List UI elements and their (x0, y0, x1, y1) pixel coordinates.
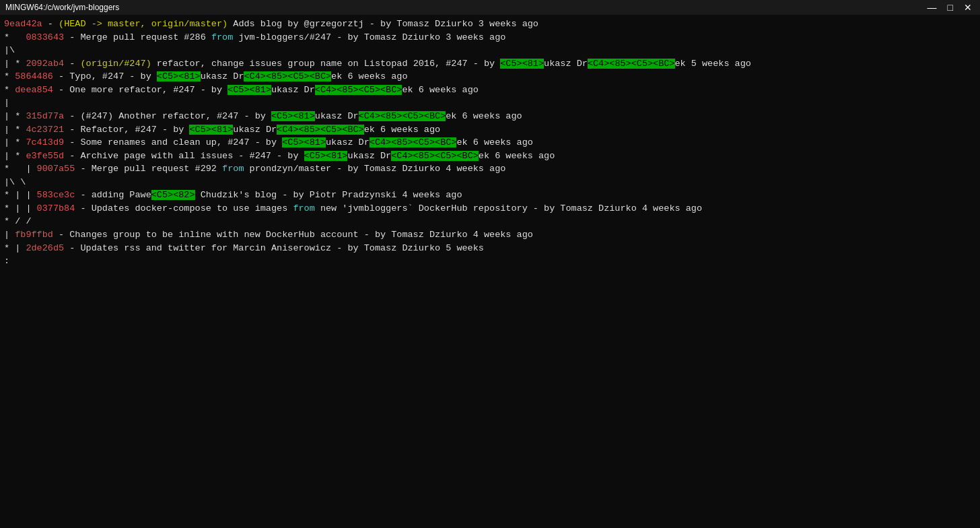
terminal-output: 9ead42a - (HEAD -> master, origin/master… (0, 15, 980, 528)
minimize-button[interactable]: — (925, 2, 940, 13)
maximize-button[interactable]: □ (945, 2, 956, 13)
close-button[interactable]: ✕ (961, 2, 975, 13)
window-title: MINGW64:/c/work/jvm-bloggers (5, 3, 119, 12)
window-controls[interactable]: — □ ✕ (925, 2, 975, 13)
title-bar: MINGW64:/c/work/jvm-bloggers — □ ✕ (0, 0, 980, 15)
